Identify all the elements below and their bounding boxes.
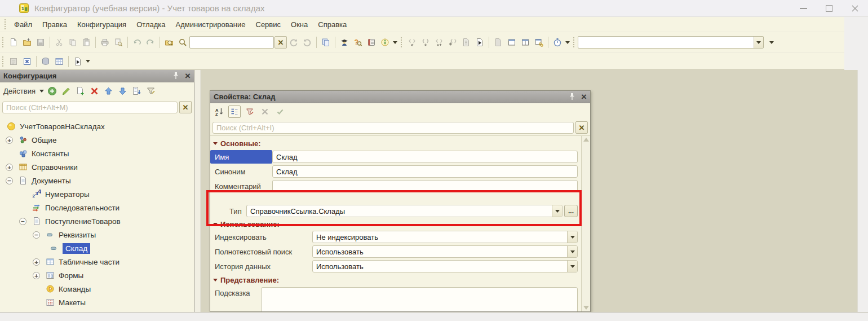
context-combobox-dropdown[interactable] xyxy=(754,37,763,48)
expand-plus-icon[interactable]: + xyxy=(33,258,40,266)
filter-button[interactable] xyxy=(145,85,157,96)
find-in-files-button[interactable] xyxy=(162,36,176,49)
history-forward-button[interactable] xyxy=(300,36,314,49)
search-combobox[interactable] xyxy=(189,36,274,49)
delete-button[interactable] xyxy=(89,85,100,96)
tree-item-rekvizity[interactable]: − Реквизиты xyxy=(0,228,194,241)
type-dropdown-button[interactable] xyxy=(552,205,562,217)
comment-field[interactable] xyxy=(272,180,578,192)
syntax-check-button[interactable] xyxy=(338,36,351,49)
configuration-search-input[interactable] xyxy=(2,102,178,113)
add-procedure-button[interactable] xyxy=(446,36,459,49)
synonym-field[interactable]: Склад xyxy=(272,165,578,178)
panel-close-button[interactable]: × xyxy=(185,72,191,80)
menu-configuration[interactable]: Конфигурация xyxy=(72,18,131,31)
property-row-type[interactable]: Тип СправочникСсылка.Склады ... xyxy=(210,204,581,218)
tree-item-catalogs[interactable]: + Справочники xyxy=(0,160,194,174)
tree-item-tabular-sections[interactable]: + Табличные части xyxy=(0,255,194,269)
search-clear-button[interactable]: ✕ xyxy=(274,36,287,49)
help-search-button[interactable]: ? xyxy=(351,36,365,49)
tree-item-templates[interactable]: Макеты xyxy=(0,296,194,309)
discard-button[interactable] xyxy=(259,105,271,118)
sort-alphabetical-button[interactable]: AZ xyxy=(213,105,225,118)
module-doc-button[interactable] xyxy=(459,36,473,49)
section-usage[interactable]: Использование: xyxy=(210,218,581,230)
indexing-dropdown-button[interactable] xyxy=(567,231,577,243)
name-field[interactable]: Склад xyxy=(272,151,578,163)
tree-item-forms[interactable]: + Формы xyxy=(0,269,194,282)
menu-help[interactable]: Справка xyxy=(313,18,352,31)
info-dropdown-button[interactable] xyxy=(392,36,398,49)
tree-item-commands[interactable]: Команды xyxy=(0,282,194,296)
print-preview-button[interactable] xyxy=(112,36,125,49)
properties-filter-button[interactable] xyxy=(243,105,256,118)
arrange-windows-button[interactable] xyxy=(519,36,532,49)
new-document-button[interactable] xyxy=(7,36,20,49)
sort-list-button[interactable] xyxy=(131,85,143,96)
type-field[interactable]: СправочникСсылка.Склады xyxy=(246,205,563,217)
collapse-minus-icon[interactable]: − xyxy=(19,218,26,225)
expand-plus-icon[interactable]: + xyxy=(33,272,40,279)
expand-plus-icon[interactable]: + xyxy=(6,164,13,171)
property-row-indexing[interactable]: Индексировать Не индексировать xyxy=(210,230,581,244)
tree-item-postuplenie-tovarov[interactable]: − ПоступлениеТоваров xyxy=(0,214,194,228)
stopwatch-dropdown-button[interactable] xyxy=(564,36,571,49)
context-combobox[interactable] xyxy=(578,36,764,49)
data-history-dropdown-button[interactable] xyxy=(567,261,577,272)
property-row-data-history[interactable]: История данных Использовать xyxy=(210,259,581,274)
copy-window-button[interactable] xyxy=(319,36,333,49)
close-configuration-button[interactable] xyxy=(20,55,34,68)
tree-item-documents[interactable]: − Документы xyxy=(0,174,194,187)
open-object-dropdown-button[interactable] xyxy=(85,55,91,68)
open-object-button[interactable] xyxy=(71,55,85,68)
cut-button[interactable] xyxy=(52,36,66,49)
menu-debug[interactable]: Отладка xyxy=(131,18,170,31)
pin-icon[interactable] xyxy=(172,72,179,80)
move-down-button[interactable] xyxy=(117,85,129,96)
scroll-down-icon[interactable] xyxy=(583,306,589,310)
expand-plus-icon[interactable]: + xyxy=(6,137,13,144)
tooltip-field[interactable] xyxy=(261,287,578,311)
next-procedure-button[interactable] xyxy=(419,36,432,49)
property-row-tooltip[interactable]: Подсказка xyxy=(210,286,581,311)
history-back-button[interactable] xyxy=(287,36,300,49)
data-history-field[interactable]: Использовать xyxy=(312,260,578,272)
copy-button[interactable] xyxy=(66,36,79,49)
help-contents-button[interactable] xyxy=(365,36,378,49)
categories-button[interactable] xyxy=(228,105,241,118)
prev-procedure-button[interactable] xyxy=(405,36,419,49)
section-main[interactable]: Основные: xyxy=(210,137,581,149)
property-row-synonym[interactable]: Синоним Склад xyxy=(210,164,581,179)
add-button[interactable] xyxy=(47,85,58,96)
type-ellipsis-button[interactable]: ... xyxy=(564,205,578,217)
maximize-button[interactable] xyxy=(816,0,842,16)
properties-search-input[interactable] xyxy=(212,122,574,134)
context-combobox-input[interactable] xyxy=(578,37,754,48)
redo-button[interactable] xyxy=(144,36,157,49)
fulltext-search-field[interactable]: Использовать xyxy=(312,245,578,258)
link-windows-button[interactable] xyxy=(532,36,546,49)
open-module-button[interactable] xyxy=(473,36,486,49)
properties-scrollbar[interactable] xyxy=(581,136,590,311)
tree-item-sklad[interactable]: Склад xyxy=(0,241,194,255)
info-button[interactable] xyxy=(378,36,392,49)
collapse-minus-icon[interactable]: − xyxy=(6,177,13,184)
open-button[interactable] xyxy=(20,36,34,49)
find-button[interactable] xyxy=(176,36,189,49)
new-window-button[interactable] xyxy=(505,36,519,49)
properties-search-clear-button[interactable]: ✕ xyxy=(575,121,588,134)
apply-button[interactable] xyxy=(274,105,286,118)
property-row-comment[interactable]: Комментарий xyxy=(210,179,581,194)
property-row-name[interactable]: Имя Склад xyxy=(210,149,581,164)
database-button[interactable] xyxy=(39,55,52,68)
blank-page-button[interactable] xyxy=(491,36,505,49)
tree-item-root[interactable]: УчетТоваровНаСкладах xyxy=(0,120,194,133)
fulltext-dropdown-button[interactable] xyxy=(567,246,577,257)
edit-button[interactable] xyxy=(61,85,72,96)
scroll-up-icon[interactable] xyxy=(583,138,589,142)
copy-add-button[interactable] xyxy=(75,85,86,96)
toolbar-overflow-button[interactable] xyxy=(768,36,775,49)
properties-close-button[interactable]: × xyxy=(581,93,587,101)
property-row-fulltext-search[interactable]: Полнотекстовый поиск Использовать xyxy=(210,244,581,259)
actions-button[interactable]: Действия xyxy=(3,87,36,95)
